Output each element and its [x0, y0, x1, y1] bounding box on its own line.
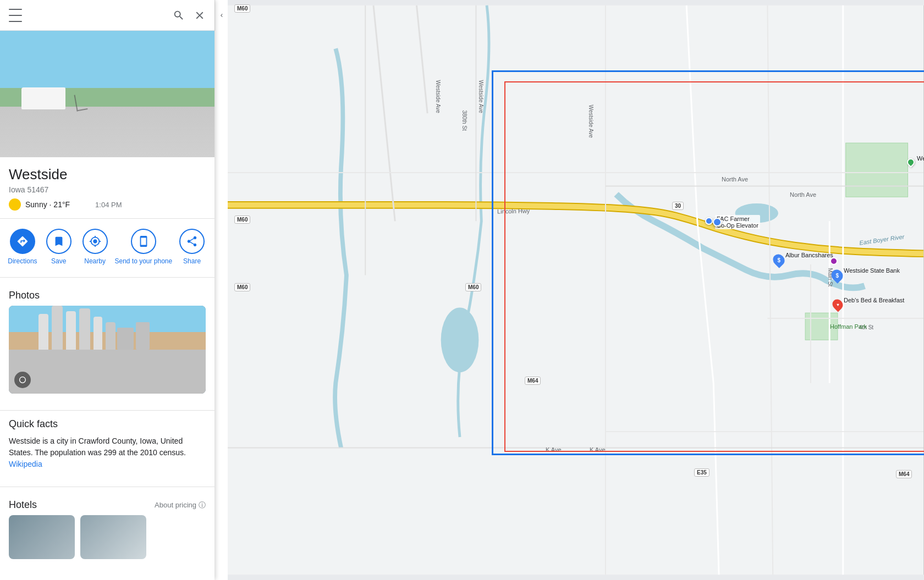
nearby-label: Nearby: [84, 257, 106, 265]
map-area[interactable]: M60 M60 M60 M60 30 30 M64 M64 E35 E35 Li…: [228, 0, 924, 580]
save-button[interactable]: Save: [42, 229, 75, 265]
share-label: Share: [183, 257, 201, 265]
weather-condition: Sunny · 21°F: [25, 200, 70, 209]
hero-image[interactable]: [0, 31, 215, 157]
divider-3: [0, 410, 215, 411]
divider-1: [0, 218, 215, 219]
send-label: Send to your phone: [114, 257, 172, 265]
collapse-sidebar-button[interactable]: [215, 0, 228, 31]
hotel-card-2[interactable]: [80, 515, 146, 559]
directions-button[interactable]: Directions: [6, 229, 39, 265]
pricing-label: About pricing: [155, 501, 196, 509]
wikipedia-link[interactable]: Wikipedia: [9, 460, 42, 468]
hamburger-menu-button[interactable]: [7, 7, 24, 24]
hotel-card-1[interactable]: [9, 515, 75, 559]
map-svg: [228, 0, 924, 580]
street-view-image: [0, 31, 215, 157]
svg-rect-3: [846, 143, 908, 197]
info-icon: ⓘ: [199, 500, 206, 510]
save-icon: [53, 235, 65, 247]
divider-4: [0, 487, 215, 487]
nearby-icon: [89, 235, 101, 247]
send-to-phone-button[interactable]: Send to your phone: [114, 229, 172, 265]
directions-label: Directions: [8, 257, 37, 265]
search-bar: Westside, IA: [0, 0, 215, 31]
directions-icon: [16, 235, 29, 247]
weather-sun-icon: [9, 198, 21, 211]
nearby-button[interactable]: Nearby: [79, 229, 112, 265]
quick-facts-section: Quick facts Westside is a city in Crawfo…: [0, 418, 215, 479]
save-icon-circle: [46, 229, 72, 254]
hamburger-icon: [9, 9, 22, 22]
hotels-title: Hotels: [9, 499, 37, 511]
place-address: Iowa 51467: [9, 185, 206, 194]
divider-2: [0, 277, 215, 278]
photos-title: Photos: [0, 285, 215, 306]
photo-image: [9, 306, 206, 394]
hotel-cards: [0, 515, 215, 568]
clear-search-button[interactable]: [191, 7, 208, 24]
send-icon: [138, 235, 150, 247]
hotels-pricing-button[interactable]: About pricing ⓘ: [155, 500, 206, 510]
svg-rect-0: [228, 5, 924, 575]
weather-time: 1:04 PM: [79, 201, 122, 209]
photo-thumbnail[interactable]: [9, 306, 206, 394]
search-button[interactable]: [170, 7, 187, 24]
action-buttons: Directions Save Nearby: [0, 227, 215, 269]
nearby-icon-circle: [82, 229, 108, 254]
sidebar: Westside, IA Westside Iowa 51467 Sunny ·…: [0, 0, 215, 580]
share-button[interactable]: Share: [175, 229, 208, 265]
search-icon: [173, 9, 185, 21]
directions-icon-circle: [10, 229, 35, 254]
search-input[interactable]: Westside, IA: [29, 10, 166, 20]
share-icon: [186, 235, 198, 247]
chevron-left-icon: [218, 12, 225, 19]
close-icon: [194, 9, 206, 21]
quick-facts-text: Westside is a city in Crawford County, I…: [9, 435, 206, 470]
send-icon-circle: [131, 229, 156, 254]
svg-point-2: [441, 307, 479, 372]
place-info: Westside Iowa 51467 Sunny · 21°F 1:04 PM: [0, 157, 215, 211]
place-name: Westside: [9, 166, 206, 183]
svg-point-1: [735, 203, 779, 223]
save-label: Save: [51, 257, 66, 265]
share-icon-circle: [179, 229, 205, 254]
weather-row: Sunny · 21°F 1:04 PM: [9, 198, 206, 211]
hotels-header: Hotels About pricing ⓘ: [0, 495, 215, 515]
quick-facts-title: Quick facts: [9, 418, 206, 432]
